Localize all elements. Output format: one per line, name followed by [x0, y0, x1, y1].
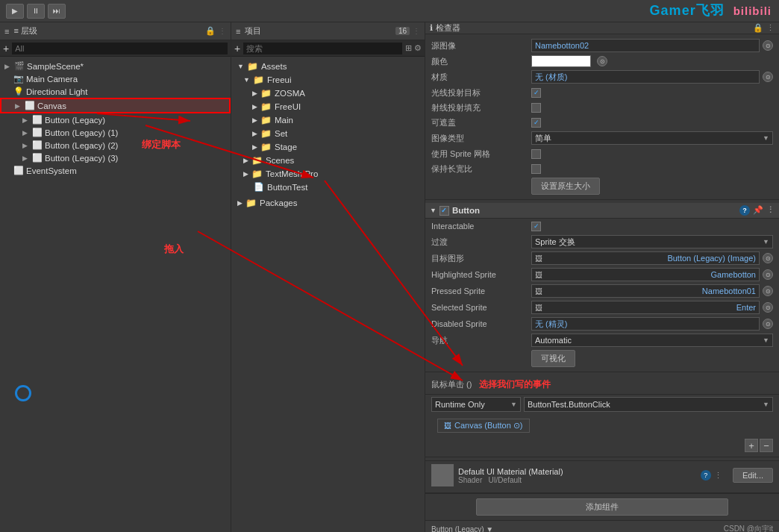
material-ref-box[interactable]: 无 (材质) [531, 70, 760, 84]
plus-minus-controls: + − [425, 437, 779, 454]
arrow-icon: ▶ [15, 102, 22, 110]
folder-icon: 📁 [247, 61, 258, 72]
spritegrid-checkbox[interactable] [531, 149, 541, 159]
maskable-checkbox[interactable]: ✓ [531, 118, 541, 128]
pressed-pick-button[interactable]: ⊙ [763, 286, 773, 296]
icon1[interactable]: ⊞ [405, 43, 412, 53]
section-collapse-arrow[interactable]: ▼ [430, 207, 437, 214]
icon2[interactable]: ⚙ [414, 43, 422, 53]
color-picker-box[interactable] [531, 55, 591, 67]
transition-dropdown[interactable]: Sprite 交换 ▼ [531, 235, 773, 248]
hierarchy-icons: 🔒 ⋮ [205, 26, 226, 36]
more-icon[interactable]: ⋮ [766, 23, 775, 33]
color-pick-button[interactable]: ⊙ [597, 56, 607, 66]
eventsystem-icon: ⬜ [13, 166, 24, 175]
project-item-stage[interactable]: ▶ 📁 Stage [231, 140, 425, 154]
project-search-input[interactable] [243, 43, 402, 54]
add-handler-button[interactable]: + [745, 439, 758, 452]
hierarchy-item-btn3[interactable]: ▶ ⬜ Button (Legacy) (2) [0, 139, 231, 151]
folder-arrow: ▶ [243, 157, 248, 164]
color-label: 颜色 [431, 56, 528, 67]
hierarchy-title: ≡ 层级 [13, 25, 201, 37]
folder-arrow: ▶ [252, 90, 257, 97]
imagetype-dropdown[interactable]: 简单 ▼ [531, 131, 773, 145]
canvas-ref-box[interactable]: 🖼 Canvas (Button ⊙) [437, 419, 530, 433]
disabled-ref-box[interactable]: 无 (精灵) [531, 317, 760, 331]
hierarchy-item-samplescene[interactable]: ▶ 🎬 SampleScene* [0, 60, 231, 72]
project-item-textmesh[interactable]: ▶ 📁 TextMesh Pro [231, 167, 425, 181]
project-item-zosma[interactable]: ▶ 📁 ZOSMA [231, 87, 425, 100]
aspect-checkbox[interactable] [531, 164, 541, 174]
add-hierarchy-button[interactable]: + [3, 43, 9, 54]
footer-left-label[interactable]: Button (Legacy) ▼ [431, 525, 493, 533]
dropdown-arrow-icon: ▼ [763, 401, 769, 408]
add-component-row: 添加组件 [425, 493, 779, 520]
hierarchy-item-btn2[interactable]: ▶ ⬜ Button (Legacy) (1) [0, 126, 231, 139]
project-item-buttontest[interactable]: 📄 ButtonTest [231, 181, 425, 193]
hierarchy-item-label: Button (Legacy) (1) [45, 128, 118, 137]
dropdown-arrow-icon: ▼ [763, 337, 769, 344]
material-more-icon[interactable]: ⋮ [714, 471, 722, 481]
hierarchy-item-directionallight[interactable]: 💡 Directional Light [0, 85, 231, 98]
project-item-packages[interactable]: ▶ 📁 Packages [231, 196, 425, 210]
pause-button[interactable]: ⏸ [27, 4, 45, 19]
step-button[interactable]: ⏭ [48, 4, 66, 19]
handler-dropdown[interactable]: ButtonTest.ButtonClick ▼ [524, 397, 773, 412]
remove-handler-button[interactable]: − [760, 439, 773, 452]
material-edit-button[interactable]: Edit... [733, 468, 773, 483]
more-icon[interactable]: ⋮ [766, 205, 775, 216]
source-pick-button[interactable]: ⊙ [763, 40, 773, 51]
hierarchy-item-canvas[interactable]: ▶ ⬜ Canvas [0, 98, 231, 113]
lock-icon[interactable]: 🔒 [753, 23, 763, 33]
maskable-label: 可遮盖 [431, 117, 528, 128]
aspect-row: 保持长宽比 [425, 161, 779, 176]
hierarchy-item-btn1[interactable]: ▶ ⬜ Button (Legacy) [0, 113, 231, 126]
raycast-checkbox[interactable]: ✓ [531, 88, 541, 98]
folder-arrow: ▶ [243, 170, 248, 178]
material-section: Default UI Material (Material) Shader UI… [425, 457, 779, 493]
raycast-fill-checkbox[interactable] [531, 103, 541, 113]
project-item-main[interactable]: ▶ 📁 Main [231, 113, 425, 127]
project-item-freeui2[interactable]: ▶ 📁 FreeUI [231, 100, 425, 113]
pin-icon[interactable]: 📌 [753, 205, 763, 216]
hierarchy-item-eventsystem[interactable]: ⬜ EventSystem [0, 164, 231, 177]
project-item-scenes[interactable]: ▶ 📁 Scenes [231, 154, 425, 167]
nav-dropdown[interactable]: Automatic ▼ [531, 334, 773, 347]
native-size-button[interactable]: 设置原生大小 [531, 178, 600, 195]
runtime-value: Runtime Only [435, 400, 485, 409]
highlighted-pick-button[interactable]: ⊙ [763, 269, 773, 280]
button-enable-checkbox[interactable]: ✓ [439, 206, 449, 216]
visualize-button[interactable]: 可视化 [531, 350, 575, 367]
disabled-pick-button[interactable]: ⊙ [763, 319, 773, 329]
folder-icon: 📁 [253, 75, 264, 85]
play-button[interactable]: ▶ [6, 4, 24, 19]
add-project-button[interactable]: + [234, 43, 240, 54]
selected-ref-box[interactable]: 🖼 Enter [531, 301, 760, 314]
scene-icon: 🎬 [14, 61, 25, 71]
project-item-set[interactable]: ▶ 📁 Set [231, 127, 425, 140]
transition-row: 过渡 Sprite 交换 ▼ [425, 234, 779, 250]
interactable-checkbox[interactable]: ✓ [531, 222, 541, 231]
pressed-ref-box[interactable]: 🖼 Namebotton01 [531, 284, 760, 298]
selected-value: 🖼 Enter ⊙ [531, 301, 773, 314]
highlighted-ref-box[interactable]: 🖼 Gamebotton [531, 268, 760, 281]
material-info-icon[interactable]: ? [701, 470, 711, 481]
folder-icon: 📁 [251, 169, 263, 179]
material-pick-button[interactable]: ⊙ [763, 72, 773, 82]
button-icon: ⬜ [32, 128, 43, 137]
source-ref-box[interactable]: Namebotton02 [531, 39, 760, 52]
hierarchy-search-input[interactable] [12, 43, 228, 54]
material-thumbnail [431, 464, 454, 486]
target-ref-box[interactable]: 🖼 Button (Legacy) (Image) [531, 251, 760, 265]
hierarchy-item-btn4[interactable]: ▶ ⬜ Button (Legacy) (3) [0, 151, 231, 164]
target-pick-button[interactable]: ⊙ [763, 253, 773, 263]
lock-icon[interactable]: 🔒 [205, 26, 216, 36]
project-item-freeui[interactable]: ▼ 📁 Freeui [231, 73, 425, 87]
hierarchy-item-maincamera[interactable]: 📷 Main Camera [0, 72, 231, 85]
project-item-assets[interactable]: ▼ 📁 Assets [231, 60, 425, 73]
runtime-dropdown[interactable]: Runtime Only ▼ [431, 397, 521, 412]
imagetype-value: 简单 [535, 133, 551, 144]
info-icon[interactable]: ? [739, 205, 750, 216]
selected-pick-button[interactable]: ⊙ [763, 302, 773, 313]
add-component-button[interactable]: 添加组件 [476, 498, 728, 516]
